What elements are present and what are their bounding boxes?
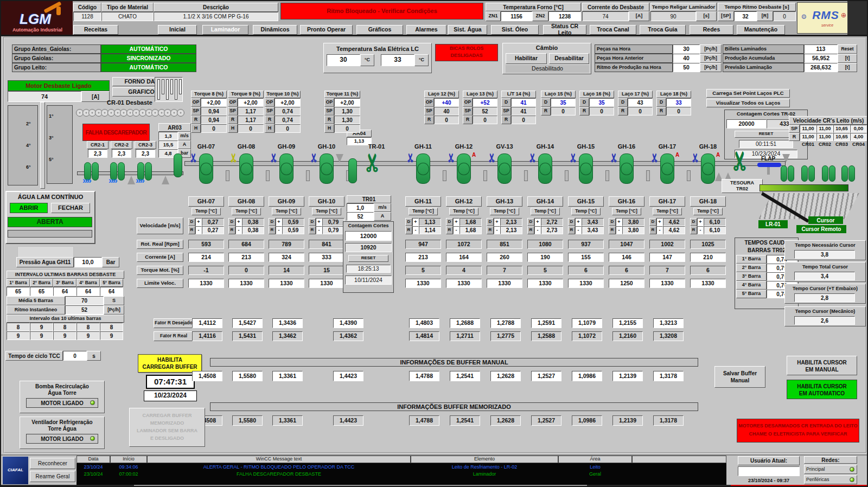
torque-value[interactable]: +2,00 [201, 98, 227, 107]
minus-key[interactable]: - [276, 226, 282, 234]
laco-value[interactable]: +52 [473, 98, 497, 107]
billets-reset-button[interactable]: Reset [838, 44, 857, 54]
laco-value[interactable]: 33 [666, 98, 691, 107]
temp-button-gh-13[interactable]: Temp [°C] [490, 208, 519, 215]
habilitar-button[interactable]: Habilitar [506, 53, 547, 64]
nav-tab-sist-leo[interactable]: Sist. Óleo [491, 25, 539, 35]
temp-button-gh-18[interactable]: Temp [°C] [693, 208, 723, 215]
fechar-button[interactable]: FECHAR [51, 203, 90, 213]
temp-button-gh-16[interactable]: Temp [°C] [612, 208, 641, 215]
plus-key[interactable]: + [534, 218, 541, 226]
temp-button-gh-14[interactable]: Temp [°C] [531, 208, 560, 215]
plus-key[interactable]: + [494, 218, 500, 226]
minus-key[interactable]: - [697, 226, 704, 234]
plus-key[interactable]: + [575, 218, 582, 226]
nav-tab-gr-ficos[interactable]: Gráficos [356, 25, 403, 35]
minus-key[interactable]: - [195, 226, 202, 234]
rearme-geral-button[interactable]: Rearme Geral [30, 471, 75, 482]
msg-data[interactable]: 23/10/24 [76, 464, 110, 471]
msg-area[interactable]: Leito [558, 464, 632, 471]
contagem-tr02-setpoint[interactable]: 20000 [726, 119, 767, 129]
temp-button-gh-08[interactable]: Temp [°C] [232, 208, 261, 215]
msg-data[interactable]: 23/10/24 [76, 471, 110, 478]
nav-tab-redes[interactable]: Redes [690, 25, 733, 35]
laco-key: OP [463, 98, 473, 107]
carrega-setpoint-button[interactable]: Carrega Set Point Laços PLC [706, 89, 790, 98]
abrir-button[interactable]: ABRIR [10, 203, 48, 213]
msg-text[interactable]: ALERTA GERAL - RITMO BLOQUEADO PELO OPER… [147, 464, 411, 471]
plus-key[interactable]: + [453, 218, 459, 226]
temp-button-gh-09[interactable]: Temp [°C] [272, 208, 301, 215]
nav-tab-pronto-operar[interactable]: Pronto Operar [300, 25, 353, 35]
nav-tab-receitas[interactable]: Receitas [73, 25, 118, 35]
cursor-tempo-value: 2,6 [794, 316, 855, 325]
msg-area[interactable]: Geral [558, 471, 632, 478]
plus-key[interactable]: + [697, 218, 704, 226]
temp-button-gh-11[interactable]: Temp [°C] [409, 208, 438, 215]
stand-label-gh-12: GH-12 [446, 143, 482, 150]
nav-tab-manuten-o[interactable]: Manutenção [737, 25, 785, 35]
visualizar-lacos-button[interactable]: Visualizar Todos os Laços [706, 99, 790, 107]
torque-value[interactable]: +2,00 [334, 98, 360, 107]
laco-value[interactable]: +40 [434, 98, 459, 107]
temp-button-gh-07[interactable]: Temp [°C] [192, 208, 221, 215]
plus-key[interactable]: + [412, 218, 419, 226]
minus-key[interactable]: - [616, 226, 622, 234]
plus-key[interactable]: + [195, 218, 202, 226]
msg-text[interactable]: FALHA DESCAREPADOR DESBASTE [147, 471, 411, 478]
nav-tab-laminador[interactable]: Laminador [202, 25, 248, 35]
reconhecer-button[interactable]: Reconhecer [30, 458, 75, 469]
laco-value[interactable]: 43 [628, 98, 653, 107]
contagem-cortes-setpoint[interactable]: 12000 [345, 231, 392, 241]
plus-key[interactable]: + [656, 218, 663, 226]
cursor-tempo-label: Tempo Total Cursor [784, 264, 866, 271]
nav-tab-troca-canal[interactable]: Troca Canal [590, 25, 636, 35]
torque-value[interactable]: +2,00 [275, 98, 301, 107]
laco-value[interactable]: 35 [551, 98, 576, 107]
usuario-atual-field[interactable] [738, 466, 800, 476]
group-label: Grupo Leito: [12, 63, 101, 72]
laco-value[interactable]: 35 [589, 98, 614, 107]
nav-tab-troca-guia[interactable]: Troca Guia [640, 25, 686, 35]
plus-key[interactable]: + [316, 218, 322, 226]
msg-elemento[interactable]: Laminador [411, 471, 558, 478]
cr2-value: 2,3 [112, 149, 131, 158]
temp-button-gh-15[interactable]: Temp [°C] [571, 208, 601, 215]
minus-key[interactable]: - [316, 226, 322, 234]
msg-inicio[interactable]: 09:34:06 [110, 464, 147, 471]
nav-tab-sist-gua[interactable]: Sist. Água [448, 25, 487, 35]
minus-key[interactable]: - [235, 226, 242, 234]
stand-label-gv-13: GV-13 [487, 143, 522, 150]
nav-tab-status-cr-leito[interactable]: Status CR Leito [543, 25, 586, 35]
minus-key[interactable]: - [656, 226, 663, 234]
msg-inicio[interactable]: 07:00:02 [110, 471, 147, 478]
velocidade-r-value: 3,43 [582, 226, 604, 234]
ritmo-sp-value[interactable]: 32 [734, 11, 757, 21]
plus-key[interactable]: + [235, 218, 242, 226]
minus-key[interactable]: - [575, 226, 582, 234]
nav-tab-alarmes[interactable]: Alarmes [406, 25, 446, 35]
producao-label: Peças Hora Anterior [595, 54, 673, 63]
plus-key[interactable]: + [616, 218, 622, 226]
minus-key[interactable]: - [534, 226, 541, 234]
temp-button-gh-12[interactable]: Temp [°C] [449, 208, 478, 215]
guide-box [687, 170, 691, 181]
nav-tab-inicial[interactable]: Inicial [158, 25, 197, 35]
buffer-manual-value: 1,4423 [333, 371, 363, 381]
torque-value[interactable]: +2,00 [238, 98, 264, 107]
minus-key[interactable]: - [494, 226, 500, 234]
corrente-value: 333 [309, 253, 344, 262]
minus-key[interactable]: - [453, 226, 459, 234]
contagem-cortes-reset-button[interactable]: RESET [348, 255, 388, 262]
msg-elemento[interactable]: Leito de Resfriamento - LR-02 [411, 464, 558, 471]
laco-value[interactable]: 41 [511, 98, 536, 107]
plus-key[interactable]: + [276, 218, 282, 226]
stand-rolls-gh-09 [279, 153, 293, 184]
desabilitar-button[interactable]: Desabilitar [549, 53, 589, 64]
minus-key[interactable]: - [412, 226, 419, 234]
temp-button-gh-17[interactable]: Temp [°C] [653, 208, 682, 215]
tcc-unit: s [87, 351, 101, 361]
nav-tab-din-micos[interactable]: Dinâmicos [253, 25, 297, 35]
contagem-tr02-reset-button[interactable]: RESET [735, 131, 797, 138]
temp-button-gh-10[interactable]: Temp [°C] [312, 208, 341, 215]
